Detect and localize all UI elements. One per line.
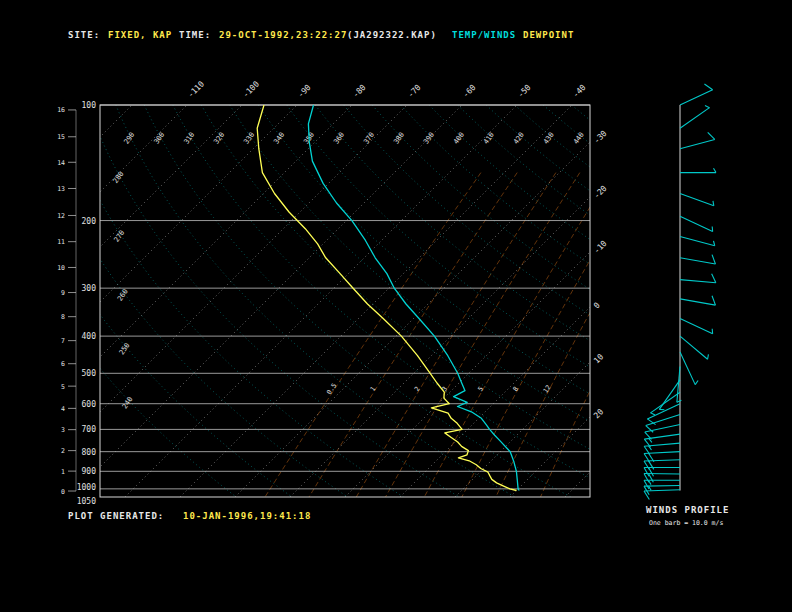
dry-adiabat-labels: 2402502602702802903003103203303403503603… [112,131,586,411]
svg-text:330: 330 [242,131,256,146]
svg-text:280: 280 [112,170,126,185]
svg-text:800: 800 [82,448,97,457]
svg-text:12: 12 [542,383,553,394]
pressure-gridlines [100,105,590,489]
svg-text:13: 13 [57,185,65,193]
svg-text:440: 440 [572,131,586,146]
svg-text:-40: -40 [571,83,588,100]
svg-text:300: 300 [82,284,97,293]
mixing-ratio-lines [265,173,704,497]
svg-text:420: 420 [512,131,526,146]
svg-text:700: 700 [82,425,97,434]
svg-text:260: 260 [116,288,130,303]
svg-text:380: 380 [392,131,406,146]
svg-text:-80: -80 [351,83,368,100]
svg-text:-50: -50 [516,83,533,100]
svg-text:410: 410 [482,131,496,146]
svg-text:0.5: 0.5 [325,382,338,396]
svg-text:430: 430 [542,131,556,146]
svg-text:0: 0 [61,488,65,496]
svg-text:340: 340 [272,131,286,146]
svg-text:1: 1 [369,385,378,393]
svg-text:-90: -90 [296,83,313,100]
svg-text:270: 270 [113,229,127,244]
svg-text:11: 11 [57,238,65,246]
svg-text:8: 8 [511,385,520,393]
height-axis: 012345678910111213141516 [57,106,76,495]
svg-text:6: 6 [61,360,65,368]
svg-text:2: 2 [413,385,422,393]
svg-text:12: 12 [57,212,65,220]
svg-text:1000: 1000 [77,483,96,492]
svg-text:400: 400 [452,131,466,146]
svg-text:3: 3 [61,426,65,434]
wind-profile [644,84,716,499]
svg-text:200: 200 [82,217,97,226]
svg-text:9: 9 [61,289,65,297]
svg-text:320: 320 [212,131,226,146]
svg-text:900: 900 [82,467,97,476]
svg-text:-20: -20 [592,184,609,201]
svg-text:-10: -10 [592,239,609,256]
svg-text:0: 0 [592,301,602,311]
svg-text:14: 14 [57,159,65,167]
svg-text:500: 500 [82,369,97,378]
svg-text:250: 250 [118,341,132,356]
svg-text:600: 600 [82,400,97,409]
svg-text:-100: -100 [241,79,261,99]
svg-text:10: 10 [592,352,605,365]
svg-text:10: 10 [57,264,65,272]
svg-text:15: 15 [57,133,65,141]
svg-text:20: 20 [592,407,605,420]
dewpoint-curve [257,105,516,491]
sounding-traces [257,105,519,491]
temp-curve [308,105,519,491]
svg-text:1050: 1050 [77,497,96,506]
pressure-axis-labels: 10020030040050060070080090010001050 [77,101,96,506]
svg-text:240: 240 [121,395,135,410]
svg-text:5: 5 [61,383,65,391]
svg-text:2: 2 [61,447,65,455]
svg-text:8: 8 [61,313,65,321]
svg-text:4: 4 [61,405,65,413]
svg-text:16: 16 [57,106,65,114]
svg-text:370: 370 [362,131,376,146]
svg-text:360: 360 [332,131,346,146]
skewt-diagram: 2402502602702802903003103203303403503603… [0,0,792,612]
svg-text:-60: -60 [461,83,478,100]
sounding-plot-page: SITE: FIXED, KAP TIME: 29-OCT-1992,23:22… [0,0,792,612]
svg-text:400: 400 [82,332,97,341]
svg-text:390: 390 [422,131,436,146]
svg-text:100: 100 [82,101,97,110]
svg-text:-110: -110 [186,79,206,99]
svg-text:7: 7 [61,337,65,345]
svg-text:5: 5 [476,385,485,393]
svg-text:290: 290 [123,131,137,146]
svg-text:1: 1 [61,468,65,476]
isotherm-labels: -110-100-90-80-70-60-50-40-30-20-1001020 [186,79,609,420]
mixing-ratio-labels: 0.51235812 [325,382,553,396]
svg-text:-30: -30 [592,129,609,146]
svg-text:-70: -70 [406,83,423,100]
svg-text:300: 300 [153,131,167,146]
